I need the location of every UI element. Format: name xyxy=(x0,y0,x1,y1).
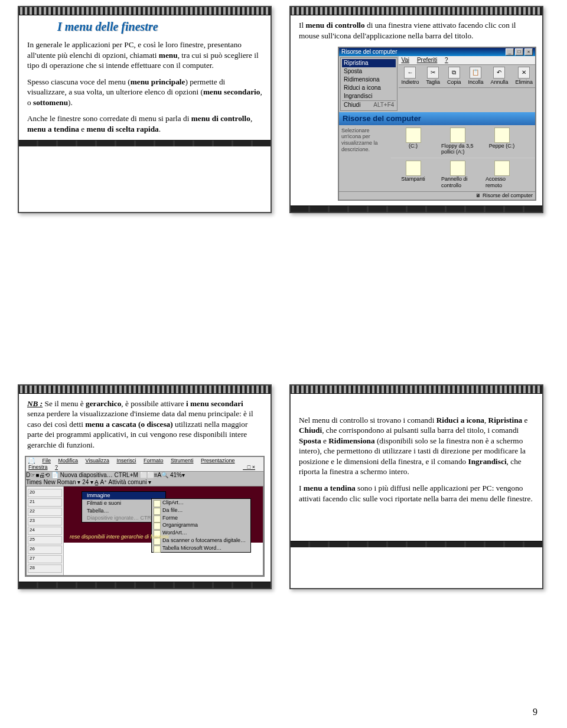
filmstrip-bottom xyxy=(291,205,542,212)
filmstrip-bottom xyxy=(291,541,542,547)
slide-1: I menu delle finestre In generale le app… xyxy=(18,6,272,213)
icons-row-1: (C:) Floppy da 3,5 pollici (A:) Peppe (C… xyxy=(391,125,535,159)
font-select[interactable]: Times New Roman xyxy=(26,479,76,485)
tb-incolla[interactable]: 📋Incolla xyxy=(468,67,483,86)
ctrlmenu-ridimensiona[interactable]: Ridimensiona xyxy=(342,76,396,84)
page-number: 9 xyxy=(533,707,537,717)
filmstrip-top xyxy=(291,7,542,15)
ppt-newslide[interactable]: 📄 Nuova diapositiva… xyxy=(51,472,113,478)
tb-taglia[interactable]: ✂Taglia xyxy=(426,67,440,86)
controlpanel-icon[interactable]: Pannello di controllo xyxy=(441,161,474,189)
titlebar: Risorse del computer _ □ × xyxy=(339,48,535,56)
filmstrip-bottom xyxy=(19,140,271,146)
ppt-toolbar-2: Times New Roman ▾ 24 ▾ A̲ A⁺ Attività co… xyxy=(26,479,263,486)
slide2-intro: Il menu di controllo di una finestra vie… xyxy=(299,20,534,41)
ppt-stage: Immagine Filmati e suoni Tabella… Diapos… xyxy=(64,487,263,543)
drive-peppe-icon[interactable]: Peppe (C:) xyxy=(485,128,518,156)
remote-icon[interactable]: Accesso remoto xyxy=(485,161,518,189)
filmstrip-bottom xyxy=(19,582,271,588)
slide1-p1: In generale le applicazioni per PC, e co… xyxy=(27,40,262,71)
statusbar: 🖥 Risorse del computer xyxy=(339,191,535,200)
ppt-outline[interactable]: 20 21 22 23 24 25 26 27 28 xyxy=(27,487,64,575)
slide-4: Nel menu di controllo si trovano i coman… xyxy=(289,384,543,589)
image-submenu[interactable]: ClipArt… Da file… Forme Organigramma Wor… xyxy=(151,498,251,553)
menubar[interactable]: Vai Preferiti ? xyxy=(399,56,535,65)
ctrlmenu-sposta[interactable]: Sposta xyxy=(342,67,396,76)
slide-title: I menu delle finestre xyxy=(57,20,265,34)
toolbar: ←Indietro ✂Taglia ⧉Copia 📋Incolla ↶Annul… xyxy=(399,65,535,88)
minimize-icon[interactable]: _ xyxy=(506,48,514,56)
slide-3: NB : Se il menu è gerarchico, è possibil… xyxy=(18,384,272,589)
ppt-window: 📄 File Modifica Visualizza Inserisci For… xyxy=(25,456,265,577)
embedded-window: Risorse del computer _ □ × Ripristina Sp… xyxy=(338,47,536,201)
floppy-icon[interactable]: Floppy da 3,5 pollici (A:) xyxy=(441,128,474,156)
slide4-p2: I menu a tendina sono i più diffusi nell… xyxy=(299,483,534,504)
ctrlmenu-ingrandisci[interactable]: Ingrandisci xyxy=(342,92,396,100)
nb-label: NB : xyxy=(27,399,43,408)
left-hint: Selezionare un'icona per visualizzarne l… xyxy=(339,125,391,191)
slide-2: Il menu di controllo di una finestra vie… xyxy=(289,6,543,213)
slide4-p1: Nel menu di controllo si trovano i coman… xyxy=(299,415,534,477)
filmstrip-top xyxy=(19,386,271,394)
filmstrip-top xyxy=(291,386,542,394)
tb-annulla[interactable]: ↶Annulla xyxy=(490,67,508,86)
tb-elimina[interactable]: ✕Elimina xyxy=(515,67,533,86)
row-2: NB : Se il menu è gerarchico, è possibil… xyxy=(18,384,549,589)
ctrlmenu-riduci[interactable]: Riduci a icona xyxy=(342,84,396,92)
ppt-menubar[interactable]: 📄 File Modifica Visualizza Inserisci For… xyxy=(26,457,263,472)
close-icon[interactable]: × xyxy=(524,48,533,56)
ctrlmenu-chiudi[interactable]: Chiudi ALT+F4 xyxy=(342,100,396,109)
drive-icon[interactable]: (C:) xyxy=(397,128,429,156)
size-select[interactable]: 24 xyxy=(82,479,89,485)
slide1-p2: Spesso ciascuna voce del menu (menu prin… xyxy=(27,77,262,108)
icons-row-2: Stampanti Pannello di controllo Accesso … xyxy=(391,158,535,191)
window-banner: Risorse del computer xyxy=(339,112,535,125)
window-title: Risorse del computer xyxy=(341,48,397,56)
slide1-p3: Anche le finestre sono corredate di menu… xyxy=(27,113,262,134)
tb-indietro[interactable]: ←Indietro xyxy=(401,67,419,86)
maximize-icon[interactable]: □ xyxy=(515,48,523,56)
row-1: I menu delle finestre In generale le app… xyxy=(18,6,549,213)
control-menu[interactable]: Ripristina Sposta Ridimensiona Riduci a … xyxy=(340,57,397,111)
printers-icon[interactable]: Stampanti xyxy=(397,161,429,189)
ppt-toolbar-1: D☞■🖨⟲ 📄 Nuova diapositiva… CTRL+M ⬜⬜≡A🔍 … xyxy=(26,472,263,479)
stage-caption: rese disponibili intere gerarchie di fun… xyxy=(70,534,257,540)
tb-copia[interactable]: ⧉Copia xyxy=(447,67,461,86)
filmstrip-top xyxy=(19,7,271,15)
ctrlmenu-ripristina[interactable]: Ripristina xyxy=(342,59,396,67)
slide3-nb: NB : Se il menu è gerarchico, è possibil… xyxy=(27,399,262,450)
